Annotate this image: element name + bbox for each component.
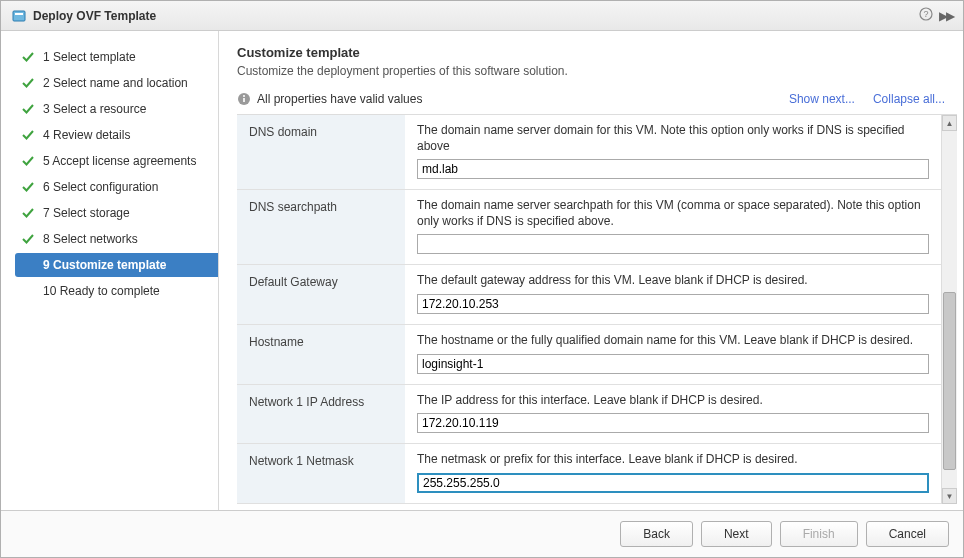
help-icon[interactable]: ?: [919, 7, 933, 24]
property-description: The hostname or the fully qualified doma…: [417, 333, 929, 349]
properties-area: DNS domainThe domain name server domain …: [237, 114, 957, 504]
svg-text:?: ?: [923, 9, 928, 19]
property-input[interactable]: [417, 234, 929, 254]
svg-point-6: [243, 95, 245, 97]
footer: Back Next Finish Cancel: [1, 510, 963, 557]
property-row: Default GatewayThe default gateway addre…: [237, 265, 941, 325]
step-label: 2 Select name and location: [43, 76, 188, 90]
vertical-scrollbar[interactable]: ▲ ▼: [941, 115, 957, 504]
property-body: The hostname or the fully qualified doma…: [405, 325, 941, 384]
check-icon: [21, 154, 35, 168]
svg-rect-5: [243, 98, 245, 102]
step-label: 1 Select template: [43, 50, 136, 64]
next-button[interactable]: Next: [701, 521, 772, 547]
scroll-thumb[interactable]: [943, 292, 956, 471]
property-body: The default gateway address for this VM.…: [405, 265, 941, 324]
status-row: All properties have valid values Show ne…: [219, 88, 963, 114]
property-row: HostnameThe hostname or the fully qualif…: [237, 325, 941, 385]
properties-scroll: DNS domainThe domain name server domain …: [237, 115, 941, 504]
svg-rect-1: [15, 13, 23, 15]
property-input[interactable]: [417, 294, 929, 314]
property-row: DNS domainThe domain name server domain …: [237, 115, 941, 190]
property-body: The domain name server searchpath for th…: [405, 190, 941, 264]
property-name: DNS domain: [237, 115, 405, 189]
step-label: 5 Accept license agreements: [43, 154, 196, 168]
finish-button: Finish: [780, 521, 858, 547]
expand-arrows-icon[interactable]: ▶▶: [939, 9, 953, 23]
check-icon: [21, 76, 35, 90]
wizard-step-10: 10 Ready to complete: [15, 279, 218, 303]
wizard-step-8[interactable]: 8 Select networks: [15, 227, 218, 251]
property-description: The domain name server searchpath for th…: [417, 198, 929, 229]
step-label: 3 Select a resource: [43, 102, 146, 116]
property-row: DNS searchpathThe domain name server sea…: [237, 190, 941, 265]
check-icon: [21, 102, 35, 116]
property-description: The netmask or prefix for this interface…: [417, 452, 929, 468]
wizard-step-3[interactable]: 3 Select a resource: [15, 97, 218, 121]
property-name: DNS searchpath: [237, 190, 405, 264]
body: 1 Select template2 Select name and locat…: [1, 31, 963, 510]
svg-rect-0: [13, 11, 25, 21]
cancel-button[interactable]: Cancel: [866, 521, 949, 547]
step-label: 7 Select storage: [43, 206, 130, 220]
step-label: 8 Select networks: [43, 232, 138, 246]
check-icon: [21, 180, 35, 194]
wizard-step-2[interactable]: 2 Select name and location: [15, 71, 218, 95]
wizard-step-7[interactable]: 7 Select storage: [15, 201, 218, 225]
window-title: Deploy OVF Template: [33, 9, 919, 23]
titlebar: Deploy OVF Template ? ▶▶: [1, 1, 963, 31]
property-row: Network 1 NetmaskThe netmask or prefix f…: [237, 444, 941, 504]
property-input[interactable]: [417, 473, 929, 493]
property-description: The default gateway address for this VM.…: [417, 273, 929, 289]
main-panel: Customize template Customize the deploym…: [219, 31, 963, 510]
scroll-down-button[interactable]: ▼: [942, 488, 957, 504]
property-description: The domain name server domain for this V…: [417, 123, 929, 154]
status-message: All properties have valid values: [257, 92, 771, 106]
step-label: 9 Customize template: [43, 258, 166, 272]
wizard-step-9[interactable]: 9 Customize template: [15, 253, 218, 277]
property-name: Default Gateway: [237, 265, 405, 324]
check-icon: [21, 206, 35, 220]
property-body: The IP address for this interface. Leave…: [405, 385, 941, 444]
wizard-step-5[interactable]: 5 Accept license agreements: [15, 149, 218, 173]
panel-heading: Customize template: [237, 45, 945, 60]
check-icon: [21, 50, 35, 64]
panel-subheading: Customize the deployment properties of t…: [237, 64, 945, 78]
property-row: Network 1 IP AddressThe IP address for t…: [237, 385, 941, 445]
wizard-step-6[interactable]: 6 Select configuration: [15, 175, 218, 199]
wizard-step-1[interactable]: 1 Select template: [15, 45, 218, 69]
scroll-up-button[interactable]: ▲: [942, 115, 957, 131]
property-name: Network 1 IP Address: [237, 385, 405, 444]
property-body: The netmask or prefix for this interface…: [405, 444, 941, 503]
panel-header: Customize template Customize the deploym…: [219, 31, 963, 88]
check-icon: [21, 128, 35, 142]
properties-table: DNS domainThe domain name server domain …: [237, 115, 941, 504]
ovf-deploy-window: Deploy OVF Template ? ▶▶ 1 Select templa…: [0, 0, 964, 558]
show-next-link[interactable]: Show next...: [789, 92, 855, 106]
step-label: 10 Ready to complete: [43, 284, 160, 298]
property-input[interactable]: [417, 354, 929, 374]
collapse-all-link[interactable]: Collapse all...: [873, 92, 945, 106]
property-name: Network 1 Netmask: [237, 444, 405, 503]
ovf-icon: [11, 8, 27, 24]
property-input[interactable]: [417, 159, 929, 179]
wizard-step-4[interactable]: 4 Review details: [15, 123, 218, 147]
step-label: 4 Review details: [43, 128, 130, 142]
step-label: 6 Select configuration: [43, 180, 158, 194]
property-body: The domain name server domain for this V…: [405, 115, 941, 189]
property-description: The IP address for this interface. Leave…: [417, 393, 929, 409]
property-name: Hostname: [237, 325, 405, 384]
info-icon: [237, 92, 251, 106]
wizard-steps: 1 Select template2 Select name and locat…: [1, 31, 219, 510]
property-input[interactable]: [417, 413, 929, 433]
back-button[interactable]: Back: [620, 521, 693, 547]
check-icon: [21, 232, 35, 246]
scroll-track[interactable]: [942, 131, 957, 488]
